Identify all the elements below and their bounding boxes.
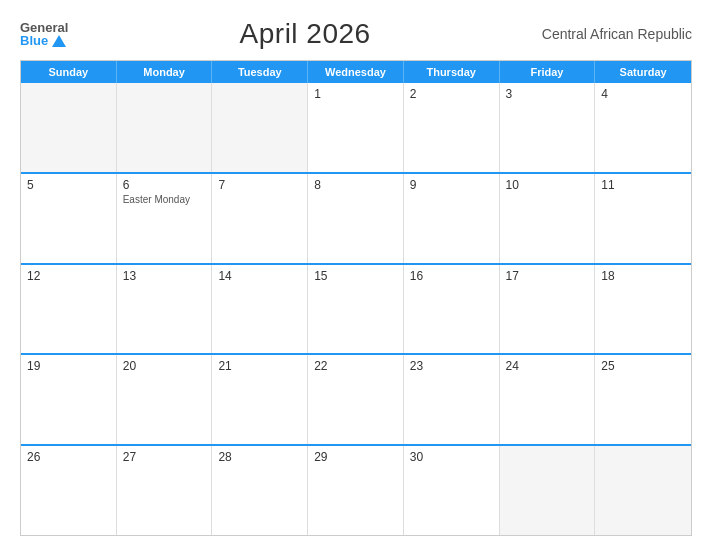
day-number: 29 xyxy=(314,450,397,464)
calendar-page: General Blue April 2026 Central African … xyxy=(0,0,712,550)
day-cell xyxy=(117,83,213,172)
day-cell: 29 xyxy=(308,446,404,535)
day-header-wednesday: Wednesday xyxy=(308,61,404,83)
day-cell: 9 xyxy=(404,174,500,263)
day-number: 10 xyxy=(506,178,589,192)
day-number: 2 xyxy=(410,87,493,101)
day-cell: 11 xyxy=(595,174,691,263)
calendar: SundayMondayTuesdayWednesdayThursdayFrid… xyxy=(20,60,692,536)
day-number: 20 xyxy=(123,359,206,373)
day-cell: 23 xyxy=(404,355,500,444)
day-header-sunday: Sunday xyxy=(21,61,117,83)
day-cell: 25 xyxy=(595,355,691,444)
day-number: 16 xyxy=(410,269,493,283)
day-number: 27 xyxy=(123,450,206,464)
day-cell xyxy=(212,83,308,172)
day-cell: 2 xyxy=(404,83,500,172)
day-number: 15 xyxy=(314,269,397,283)
day-number: 8 xyxy=(314,178,397,192)
day-cell: 15 xyxy=(308,265,404,354)
day-cell: 22 xyxy=(308,355,404,444)
day-cell xyxy=(21,83,117,172)
week-row-3: 12131415161718 xyxy=(21,263,691,354)
day-cell: 13 xyxy=(117,265,213,354)
day-number: 30 xyxy=(410,450,493,464)
day-header-saturday: Saturday xyxy=(595,61,691,83)
day-number: 28 xyxy=(218,450,301,464)
day-number: 24 xyxy=(506,359,589,373)
day-number: 1 xyxy=(314,87,397,101)
day-number: 4 xyxy=(601,87,685,101)
day-cell: 1 xyxy=(308,83,404,172)
day-number: 12 xyxy=(27,269,110,283)
day-cell: 30 xyxy=(404,446,500,535)
logo-triangle-icon xyxy=(52,35,66,47)
day-cell: 10 xyxy=(500,174,596,263)
day-number: 13 xyxy=(123,269,206,283)
day-number: 19 xyxy=(27,359,110,373)
day-number: 22 xyxy=(314,359,397,373)
day-cell: 27 xyxy=(117,446,213,535)
week-row-1: 1234 xyxy=(21,83,691,172)
day-cell: 24 xyxy=(500,355,596,444)
day-cell: 21 xyxy=(212,355,308,444)
day-cell: 7 xyxy=(212,174,308,263)
calendar-weeks: 123456Easter Monday789101112131415161718… xyxy=(21,83,691,535)
day-cell: 20 xyxy=(117,355,213,444)
day-cell: 12 xyxy=(21,265,117,354)
day-cell: 28 xyxy=(212,446,308,535)
logo-blue-text: Blue xyxy=(20,34,66,47)
day-cell: 6Easter Monday xyxy=(117,174,213,263)
day-header-monday: Monday xyxy=(117,61,213,83)
day-number: 17 xyxy=(506,269,589,283)
day-number: 26 xyxy=(27,450,110,464)
day-cell: 14 xyxy=(212,265,308,354)
event-label: Easter Monday xyxy=(123,194,206,205)
week-row-2: 56Easter Monday7891011 xyxy=(21,172,691,263)
week-row-5: 2627282930 xyxy=(21,444,691,535)
day-cell: 26 xyxy=(21,446,117,535)
day-cell xyxy=(595,446,691,535)
day-number: 9 xyxy=(410,178,493,192)
week-row-4: 19202122232425 xyxy=(21,353,691,444)
day-cell: 16 xyxy=(404,265,500,354)
page-subtitle: Central African Republic xyxy=(542,26,692,42)
day-cell: 19 xyxy=(21,355,117,444)
day-cell xyxy=(500,446,596,535)
day-cell: 3 xyxy=(500,83,596,172)
day-headers-row: SundayMondayTuesdayWednesdayThursdayFrid… xyxy=(21,61,691,83)
day-number: 7 xyxy=(218,178,301,192)
day-cell: 5 xyxy=(21,174,117,263)
day-number: 11 xyxy=(601,178,685,192)
day-header-thursday: Thursday xyxy=(404,61,500,83)
page-title: April 2026 xyxy=(240,18,371,50)
day-header-friday: Friday xyxy=(500,61,596,83)
day-number: 21 xyxy=(218,359,301,373)
day-cell: 18 xyxy=(595,265,691,354)
day-cell: 4 xyxy=(595,83,691,172)
day-number: 6 xyxy=(123,178,206,192)
day-number: 14 xyxy=(218,269,301,283)
day-number: 5 xyxy=(27,178,110,192)
day-number: 23 xyxy=(410,359,493,373)
day-number: 18 xyxy=(601,269,685,283)
page-header: General Blue April 2026 Central African … xyxy=(20,18,692,50)
day-header-tuesday: Tuesday xyxy=(212,61,308,83)
day-cell: 8 xyxy=(308,174,404,263)
day-number: 3 xyxy=(506,87,589,101)
logo: General Blue xyxy=(20,21,68,47)
day-cell: 17 xyxy=(500,265,596,354)
day-number: 25 xyxy=(601,359,685,373)
